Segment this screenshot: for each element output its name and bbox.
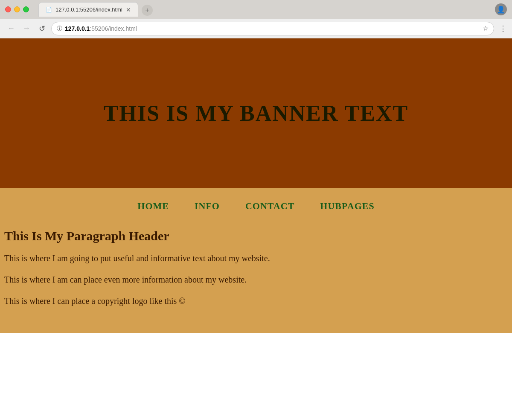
url-dim: :55206/index.html [90,25,137,32]
nav-link-home[interactable]: HOME [137,201,169,211]
address-bar[interactable]: ⓘ 127.0.0.1:55206/index.html ☆ [51,22,494,35]
maximize-button[interactable] [23,6,29,12]
active-tab[interactable]: 📄 127.0.0.1:55206/index.html ✕ [38,2,138,17]
nav-link-hubpages[interactable]: HUBPAGES [320,201,374,211]
tab-bar: 📄 127.0.0.1:55206/index.html ✕ + [38,2,487,17]
bookmark-icon[interactable]: ☆ [483,24,489,32]
profile-icon[interactable]: 👤 [495,3,507,15]
back-icon: ← [7,24,15,33]
nav-item-home[interactable]: HOME [137,201,169,212]
address-bar-text: 127.0.0.1:55206/index.html [65,25,480,32]
new-tab-button[interactable]: + [142,5,153,16]
paragraph-text-2: This is where I am can place even more i… [4,273,503,286]
banner: THIS IS MY BANNER TEXT [0,38,512,188]
nav-item-info[interactable]: INFO [195,201,220,212]
close-button[interactable] [5,6,11,12]
paragraph-text-1: This is where I am going to put useful a… [4,252,503,265]
paragraph-text-3: This is where I can place a copyright lo… [4,295,503,307]
url-highlight: 127.0.0.1 [65,25,90,32]
menu-icon[interactable]: ⋮ [499,24,507,33]
nav-item-hubpages[interactable]: HUBPAGES [320,201,374,212]
minimize-button[interactable] [14,6,20,12]
reload-button[interactable]: ↺ [36,23,48,35]
browser-toolbar: ← → ↺ ⓘ 127.0.0.1:55206/index.html ☆ ⋮ [0,19,512,38]
nav-section: HOME INFO CONTACT HUBPAGES [0,188,512,220]
forward-button[interactable]: → [20,23,32,35]
paragraph-header: This Is My Paragraph Header [4,229,503,243]
tab-title: 127.0.0.1:55206/index.html [55,6,122,13]
traffic-lights [5,6,29,12]
content-section: This Is My Paragraph Header This is wher… [0,220,512,333]
browser-titlebar: 📄 127.0.0.1:55206/index.html ✕ + 👤 [0,0,512,19]
nav-link-info[interactable]: INFO [195,201,220,211]
back-button[interactable]: ← [5,23,17,35]
nav-link-contact[interactable]: CONTACT [245,201,294,211]
tab-close-button[interactable]: ✕ [126,6,131,13]
info-icon: ⓘ [57,25,62,32]
banner-text: THIS IS MY BANNER TEXT [104,101,408,126]
nav-links: HOME INFO CONTACT HUBPAGES [0,201,512,212]
nav-item-contact[interactable]: CONTACT [245,201,294,212]
tab-page-icon: 📄 [46,7,52,13]
forward-icon: → [23,24,30,33]
browser-chrome: 📄 127.0.0.1:55206/index.html ✕ + 👤 ← → ↺… [0,0,512,38]
website-content: THIS IS MY BANNER TEXT HOME INFO CONTACT… [0,38,512,333]
profile-icon-symbol: 👤 [497,6,505,14]
reload-icon: ↺ [39,24,45,33]
